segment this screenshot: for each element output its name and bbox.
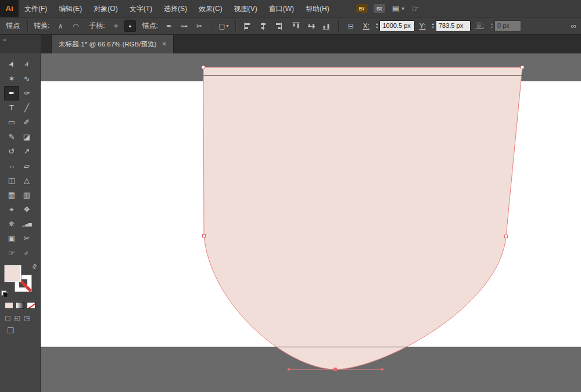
gradient-button[interactable] (16, 302, 24, 309)
line-segment-tool[interactable]: ╱ (19, 100, 34, 115)
remove-anchor-button[interactable]: ✒ (162, 20, 176, 32)
rectangle-tool[interactable]: ▭ (4, 115, 19, 130)
align-left-icon (244, 23, 252, 30)
curvature-tool[interactable]: ✑ (19, 86, 34, 100)
control-bar: 锚点 转换: ∧ ◠ 手柄: ✧ ▪ 锚点: ✒ ⊶ ✂ ▢ ▾ ⊟ X: 10… (0, 17, 581, 35)
convert-to-smooth-button[interactable]: ◠ (69, 20, 83, 32)
free-transform-tool[interactable]: ▱ (19, 159, 34, 173)
close-tab-icon[interactable]: × (162, 40, 166, 48)
align-right-icon (274, 23, 282, 30)
draw-normal-button[interactable]: ▢ (5, 314, 10, 322)
app-logo: Ai (0, 0, 19, 17)
link-dimensions-icon[interactable]: ∞ (566, 20, 580, 32)
menu-object[interactable]: 对象(O) (88, 0, 123, 17)
align-horizontal-center-button[interactable] (256, 20, 270, 32)
type-tool[interactable]: T (4, 100, 19, 115)
hide-handles-button[interactable]: ▪ (124, 20, 136, 32)
rotate-tool[interactable]: ↺ (4, 144, 19, 159)
caret-down-icon: ▾ (227, 23, 229, 28)
convert-to-corner-button[interactable]: ∧ (53, 20, 67, 32)
tool-grid: ➤ ➢ ✶ ∿ ✒ ✑ T ╱ ▭ ✐ ✎ ◪ ↺ ↗ ↔ ▱ ◫ △ ▦ ▥ … (4, 57, 40, 260)
align-vertical-top-button[interactable] (289, 20, 303, 32)
connect-endpoints-button[interactable]: ⊶ (177, 20, 191, 32)
anchor-bottom-selected[interactable] (334, 368, 337, 371)
draw-inside-button[interactable]: ◳ (24, 314, 30, 322)
color-button[interactable] (5, 302, 13, 309)
none-button[interactable] (27, 302, 35, 309)
align-center-icon (260, 23, 267, 30)
separator (27, 20, 28, 32)
shape-builder-tool[interactable]: ◫ (4, 173, 19, 188)
anchor-top-left[interactable] (202, 66, 205, 69)
y-input[interactable]: 783.5 px (436, 20, 471, 31)
y-label: Y: (419, 22, 426, 30)
draw-behind-button[interactable]: ◱ (14, 314, 20, 322)
align-vertical-bottom-button[interactable] (320, 20, 333, 32)
align-horizontal-left-button[interactable] (241, 20, 255, 32)
eraser-tool[interactable]: ◪ (19, 130, 34, 144)
column-graph-tool[interactable]: ▁▃▅ (19, 217, 34, 231)
anchor-left-mid[interactable] (203, 235, 206, 238)
menu-type[interactable]: 文字(T) (124, 0, 158, 17)
collapse-panel-icon[interactable]: « (3, 36, 6, 43)
gradient-tool[interactable]: ▥ (19, 188, 34, 202)
lasso-tool[interactable]: ∿ (19, 71, 34, 86)
menu-edit[interactable]: 编辑(E) (53, 0, 88, 17)
x-input[interactable]: 1000.5 px (379, 20, 414, 31)
touch-workspace-icon[interactable]: ☞ (411, 3, 419, 14)
bridge-button[interactable]: Br (356, 4, 368, 13)
pencil-tool[interactable]: ✎ (4, 130, 19, 144)
workspace-switcher-icon[interactable]: ▤ (392, 4, 399, 13)
artboard-tool[interactable]: ▣ (4, 231, 19, 246)
anchor-right-mid[interactable] (505, 235, 508, 238)
isolate-selection-button[interactable]: ▢ ▾ (217, 20, 231, 32)
selection-type-label: 锚点 (6, 21, 20, 31)
handle-left-endpoint[interactable] (288, 368, 290, 371)
anchor-top-right[interactable] (521, 66, 524, 69)
align-to-dropdown[interactable]: ⊟ (344, 20, 358, 32)
default-fill-stroke-icon[interactable] (1, 290, 8, 297)
mesh-tool[interactable]: ▦ (4, 188, 19, 202)
align-horizontal-right-button[interactable] (271, 20, 285, 32)
handle-right-endpoint[interactable] (381, 368, 384, 371)
pen-tool[interactable]: ✒ (4, 86, 19, 100)
menu-effect[interactable]: 效果(C) (193, 0, 228, 17)
menu-file[interactable]: 文件(F) (19, 0, 53, 17)
symbol-sprayer-tool[interactable]: ✵ (4, 217, 19, 231)
draw-mode-buttons: ▢ ◱ ◳ (5, 314, 40, 322)
align-vertical-center-button[interactable] (304, 20, 318, 32)
perspective-grid-tool[interactable]: △ (19, 173, 34, 188)
isolate-icon: ▢ (218, 22, 225, 30)
menu-select[interactable]: 选择(S) (158, 0, 193, 17)
width-input: 0 px (494, 20, 521, 31)
menu-help[interactable]: 帮助(H) (300, 0, 335, 17)
magic-wand-tool[interactable]: ✶ (4, 71, 19, 86)
color-mode-buttons (5, 302, 40, 309)
chevron-down-icon[interactable]: ▾ (401, 5, 404, 12)
width-stepper (490, 23, 493, 29)
illustrator-window: Ai 文件(F) 编辑(E) 对象(O) 文字(T) 选择(S) 效果(C) 视… (0, 0, 581, 392)
eyedropper-tool[interactable]: ⌖ (4, 202, 19, 217)
menu-view[interactable]: 视图(V) (228, 0, 263, 17)
show-handles-button[interactable]: ✧ (109, 20, 123, 32)
anchors-label: 锚点: (142, 21, 158, 31)
canvas-area (41, 53, 581, 392)
screen-mode-button[interactable]: ❐ (7, 326, 40, 335)
x-label: X: (363, 22, 370, 30)
blend-tool[interactable]: ❖ (19, 202, 34, 217)
x-stepper[interactable] (375, 23, 378, 29)
document-tab[interactable]: 未标题-1* @ 66.67% (RGB/预览) × (51, 35, 174, 53)
separator (211, 20, 212, 32)
width-tool[interactable]: ↔ (4, 159, 19, 173)
cut-path-button[interactable]: ✂ (192, 20, 206, 32)
document-tab-title: 未标题-1* @ 66.67% (RGB/预览) (59, 40, 156, 49)
stock-button[interactable]: St (374, 4, 385, 13)
handles-label: 手柄: (89, 21, 105, 31)
swap-fill-stroke-icon[interactable]: ⇄ (30, 262, 38, 271)
scale-tool[interactable]: ↗ (19, 144, 34, 159)
y-stepper[interactable] (431, 23, 434, 29)
paintbrush-tool[interactable]: ✐ (19, 115, 34, 130)
separator (338, 20, 339, 32)
fill-swatch[interactable] (4, 265, 21, 282)
menu-window[interactable]: 窗口(W) (263, 0, 300, 17)
